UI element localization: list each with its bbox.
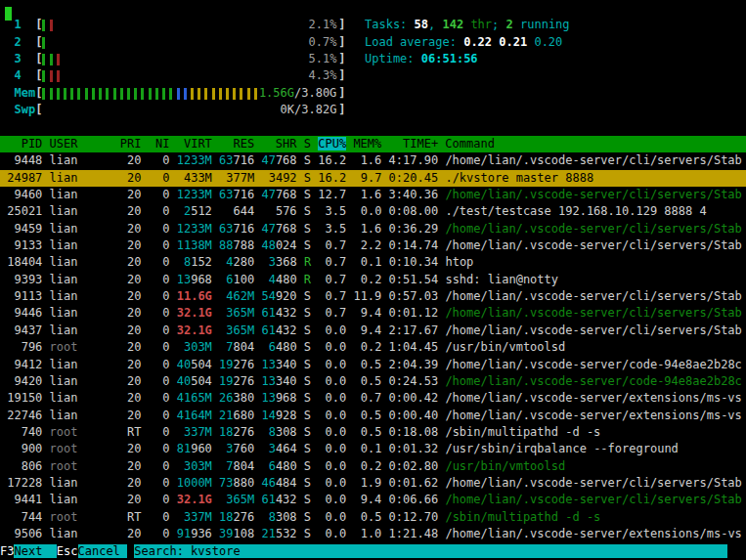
column-header-ni[interactable]: NI: [149, 137, 170, 151]
cell-cpu: 3.5: [318, 204, 346, 218]
cell-shr: 484: [276, 476, 297, 490]
cell-time: 0:18.08: [389, 425, 439, 439]
cell-res: 716: [234, 153, 255, 167]
cell-state: S: [304, 204, 311, 218]
cell-command: /home/lian/.vscode-server/cli/servers/St…: [445, 222, 741, 236]
column-header-shr[interactable]: SHR: [261, 137, 296, 151]
cell-ni: 0: [149, 289, 170, 303]
process-row[interactable]: 19150 lian 20 0 4165M 26380 13968 S 0.0 …: [0, 390, 746, 407]
function-key-label[interactable]: Next: [14, 544, 56, 558]
tasks-summary: Tasks: 58, 142 thr; 2 running: [365, 17, 570, 33]
process-row[interactable]: 9506 lian 20 0 91936 39108 21532 S 0.0 1…: [0, 526, 746, 542]
cell-shr: 340: [276, 374, 297, 388]
column-header-time[interactable]: TIME+: [389, 137, 439, 151]
process-row[interactable]: 9460 lian 20 0 1233M 63716 47768 S 12.7 …: [0, 187, 746, 203]
process-row[interactable]: 9441 lian 20 0 32.1G 365M 61432 S 0.0 9.…: [0, 492, 746, 508]
cell-res: 377M: [226, 171, 254, 185]
cell-shr: 480: [276, 273, 297, 286]
cell-mem: 9.4: [353, 323, 381, 337]
function-key-f3[interactable]: F3: [0, 544, 14, 558]
cell-time: 0:01.12: [389, 306, 439, 320]
cell-user: lian: [50, 409, 113, 422]
cell-pri: 20: [120, 459, 142, 473]
column-header-virt[interactable]: VIRT: [177, 137, 212, 151]
cell-command: htop: [445, 255, 473, 269]
column-header-state[interactable]: S: [304, 137, 311, 151]
cell-shr: 968: [276, 391, 297, 405]
cell-time: 0:36.29: [389, 222, 439, 236]
process-row[interactable]: 25021 lian 20 0 2512 644 576 S 3.5 0.0 0…: [0, 203, 746, 220]
process-row[interactable]: 9412 lian 20 0 40504 19276 13340 S 0.0 0…: [0, 357, 746, 373]
cell-time: 0:51.54: [389, 273, 439, 286]
cpu-meter-2: 2 [0.7%]: [0, 34, 346, 51]
cell-virt: 32.1G: [177, 493, 212, 506]
swap-meter-bar-area: 0K/3.82G: [42, 102, 338, 118]
cell-time: 0:01.32: [389, 442, 439, 455]
uptime: Uptime: 06:51:56: [365, 51, 478, 67]
cpu-bar-green: [50, 54, 53, 65]
memory-used-value: 1.56G: [259, 86, 294, 100]
cell-command: /home/lian/.vscode-server/extensions/ms-…: [445, 391, 741, 405]
process-row[interactable]: 22746 lian 20 0 4164M 21680 14928 S 0.0 …: [0, 408, 746, 424]
cell-user: root: [50, 425, 113, 439]
cell-command: /home/lian/.vscode-server/cli/servers/St…: [445, 289, 741, 303]
process-row[interactable]: 740 root RT 0 337M 18276 8308 S 0.0 0.5 …: [0, 424, 746, 441]
process-row[interactable]: 9113 lian 20 0 11.6G 462M 54920 S 0.7 11…: [0, 288, 746, 305]
cell-pid: 9113: [0, 289, 42, 303]
cell-pid: 9459: [0, 222, 42, 236]
cell-state: S: [304, 153, 311, 167]
search-input[interactable]: Search: kvstore: [134, 544, 727, 558]
memory-meter-label: Mem: [0, 86, 35, 100]
function-key-label[interactable]: Cancel: [78, 544, 128, 558]
process-row[interactable]: 9133 lian 20 0 1138M 88788 48024 S 0.7 2…: [0, 237, 746, 254]
process-row[interactable]: 9459 lian 20 0 1233M 63716 47768 S 3.5 1…: [0, 221, 746, 237]
cell-command: /home/lian/.vscode-server/cli/servers/St…: [445, 188, 741, 201]
cell-pri: 20: [120, 391, 142, 405]
cell-res: 73: [219, 476, 233, 490]
cell-virt: 1000M: [177, 476, 212, 490]
cell-user: root: [50, 340, 113, 354]
process-row[interactable]: 9446 lian 20 0 32.1G 365M 61432 S 0.7 9.…: [0, 305, 746, 322]
cell-shr: 920: [276, 289, 297, 303]
column-header-pri[interactable]: PRI: [120, 137, 142, 151]
process-row[interactable]: 796 root 20 0 303M 7804 6480 S 0.0 0.2 1…: [0, 339, 746, 356]
column-header-mem[interactable]: MEM%: [353, 137, 381, 151]
cell-state: R: [304, 255, 311, 269]
column-header-command[interactable]: Command: [445, 137, 741, 151]
process-row[interactable]: 9393 lian 20 0 13968 6100 4480 R 0.7 0.2…: [0, 272, 746, 288]
cpu-meter-value: 5.1%: [308, 51, 336, 67]
cpu-bar-red: [50, 70, 53, 82]
cell-state: S: [304, 323, 311, 337]
function-key-esc[interactable]: Esc: [57, 544, 78, 558]
process-row-selected[interactable]: 24987 lian 20 0 433M 377M 3492 S 16.2 9.…: [0, 170, 746, 187]
cell-shr: 928: [276, 409, 297, 422]
cell-res: 108: [234, 527, 255, 540]
process-row[interactable]: 806 root 20 0 303M 7804 6480 S 0.0 0.2 0…: [0, 458, 746, 475]
process-row[interactable]: 9420 lian 20 0 40504 19276 13340 S 0.0 0…: [0, 373, 746, 390]
column-header-user[interactable]: USER: [50, 137, 113, 151]
cell-ni: 0: [149, 476, 170, 490]
cell-state: S: [304, 409, 311, 422]
cell-command: /home/lian/.vscode-server/cli/servers/St…: [445, 493, 741, 506]
process-row[interactable]: 9448 lian 20 0 1233M 63716 47768 S 16.2 …: [0, 152, 746, 169]
mem-bar-green: [92, 88, 95, 100]
cell-pid: 9446: [0, 306, 42, 320]
cell-mem: 1.9: [353, 476, 381, 490]
cell-time: 0:00.42: [389, 391, 439, 405]
process-row[interactable]: 9437 lian 20 0 32.1G 365M 61432 S 0.0 9.…: [0, 323, 746, 339]
mem-bar-yellow: [204, 88, 207, 100]
mem-bar-green: [141, 88, 144, 100]
column-header-res[interactable]: RES: [219, 137, 254, 151]
cell-cpu: 0.7: [318, 255, 346, 269]
column-header-cpu[interactable]: CPU%: [318, 137, 346, 151]
process-row[interactable]: 900 root 20 0 81960 3760 3464 S 0.0 0.1 …: [0, 441, 746, 457]
cell-command: /home/lian/.vscode-server/cli/servers/St…: [445, 476, 741, 490]
column-header-pid[interactable]: PID: [0, 137, 42, 151]
process-row[interactable]: 744 root RT 0 337M 18276 8308 S 0.0 0.5 …: [0, 509, 746, 526]
cell-pri: 20: [120, 409, 142, 422]
process-row[interactable]: 18404 lian 20 0 8152 4280 3368 R 0.7 0.1…: [0, 254, 746, 271]
cpu-meter-value: 2.1%: [308, 17, 336, 33]
process-row[interactable]: 17228 lian 20 0 1000M 73880 46484 S 0.0 …: [0, 475, 746, 492]
mem-bar-yellow: [254, 88, 257, 100]
cell-state: S: [304, 222, 311, 236]
